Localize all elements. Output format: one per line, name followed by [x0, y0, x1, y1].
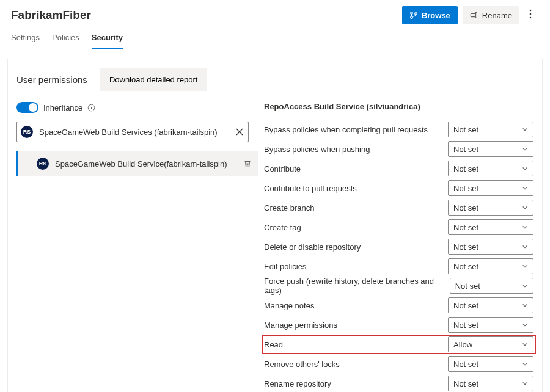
- chevron-down-icon: [522, 224, 528, 230]
- permission-label: Force push (rewrite history, delete bran…: [264, 277, 450, 295]
- permission-select[interactable]: Not set: [448, 122, 534, 137]
- avatar: RS: [21, 126, 33, 138]
- svg-rect-3: [471, 13, 475, 16]
- more-vertical-icon: [529, 9, 532, 19]
- permission-select[interactable]: Not set: [448, 161, 534, 176]
- permission-row: Create branchNot set: [262, 198, 536, 217]
- inheritance-label: Inheritance: [43, 103, 82, 112]
- chevron-down-icon: [522, 341, 528, 347]
- permission-row: Edit policiesNot set: [262, 256, 536, 276]
- permissions-panel: User permissions Download detailed repor…: [7, 59, 543, 392]
- svg-point-6: [530, 17, 532, 19]
- info-icon[interactable]: [87, 104, 95, 112]
- identity-result-label: SpaceGameWeb Build Service(fabrikam-tail…: [55, 159, 243, 169]
- identity-search-input[interactable]: RS SpaceGameWeb Build Services (fabrikam…: [16, 122, 249, 142]
- permission-label: Manage notes: [264, 301, 448, 310]
- tab-bar: Settings Policies Security: [0, 24, 550, 50]
- chevron-down-icon: [522, 263, 528, 269]
- avatar: RS: [37, 158, 49, 170]
- chevron-down-icon: [522, 244, 528, 250]
- permission-row: Delete or disable repositoryNot set: [262, 237, 536, 256]
- tab-settings[interactable]: Settings: [11, 33, 40, 49]
- permission-row: Bypass policies when completing pull req…: [262, 120, 536, 139]
- browse-button[interactable]: Browse: [402, 6, 458, 24]
- permission-value: Not set: [453, 321, 479, 330]
- search-value: SpaceGameWeb Build Services (fabrikam-ta…: [39, 128, 236, 137]
- permission-select[interactable]: Not set: [448, 219, 534, 235]
- permission-select[interactable]: Allow: [448, 336, 534, 352]
- browse-label: Browse: [422, 11, 450, 20]
- permission-label: Contribute: [264, 164, 448, 173]
- permission-select[interactable]: Not set: [450, 278, 534, 294]
- permission-value: Not set: [453, 301, 479, 310]
- permission-row: Manage notesNot set: [262, 296, 536, 315]
- permission-select[interactable]: Not set: [448, 356, 534, 372]
- overflow-menu-button[interactable]: [522, 6, 539, 24]
- permission-select[interactable]: Not set: [448, 317, 534, 333]
- panel-header: User permissions Download detailed repor…: [8, 59, 542, 96]
- permission-label: Contribute to pull requests: [264, 184, 448, 193]
- chevron-down-icon: [522, 380, 528, 387]
- branch-icon: [409, 11, 418, 20]
- permission-label: Bypass policies when pushing: [264, 145, 448, 154]
- chevron-down-icon: [522, 146, 528, 152]
- permission-label: Read: [264, 340, 448, 349]
- chevron-down-icon: [522, 283, 528, 289]
- tab-security[interactable]: Security: [92, 33, 123, 49]
- header-bar: FabrikamFiber Browse Rename: [0, 0, 550, 24]
- permission-row: Bypass policies when pushingNot set: [262, 139, 536, 159]
- permission-value: Not set: [453, 223, 479, 232]
- permission-select[interactable]: Not set: [448, 297, 534, 313]
- download-report-button[interactable]: Download detailed report: [100, 68, 208, 91]
- svg-point-4: [530, 10, 532, 12]
- permissions-column: RepoAccess Build Service (silviuandrica)…: [255, 96, 542, 392]
- permission-value: Not set: [455, 281, 480, 291]
- permission-row: Rename repositoryNot set: [262, 374, 536, 392]
- chevron-down-icon: [522, 185, 528, 191]
- chevron-down-icon: [522, 322, 528, 328]
- chevron-down-icon: [522, 361, 528, 367]
- clear-icon[interactable]: [236, 128, 243, 136]
- permission-value: Allow: [453, 340, 472, 349]
- permission-select[interactable]: Not set: [448, 180, 534, 196]
- permission-row: ContributeNot set: [262, 159, 536, 178]
- svg-point-2: [415, 13, 417, 15]
- permission-value: Not set: [453, 164, 479, 173]
- permissions-list: Bypass policies when completing pull req…: [262, 120, 536, 392]
- permission-value: Not set: [453, 262, 479, 271]
- permission-label: Remove others' locks: [264, 360, 448, 369]
- permission-row: Manage permissionsNot set: [262, 315, 536, 335]
- trash-icon[interactable]: [243, 159, 252, 168]
- permission-value: Not set: [453, 242, 479, 252]
- permission-select[interactable]: Not set: [448, 141, 534, 157]
- rename-icon: [470, 11, 479, 20]
- page-title: FabrikamFiber: [11, 9, 402, 22]
- permission-value: Not set: [453, 379, 479, 388]
- permission-label: Bypass policies when completing pull req…: [264, 125, 448, 134]
- permission-label: Edit policies: [264, 262, 448, 271]
- permission-row: Force push (rewrite history, delete bran…: [262, 276, 536, 296]
- permission-value: Not set: [453, 125, 479, 134]
- panel-body: Inheritance RS SpaceGameWeb Build Servic…: [8, 96, 542, 392]
- identity-column: Inheritance RS SpaceGameWeb Build Servic…: [8, 96, 255, 392]
- permission-select[interactable]: Not set: [448, 200, 534, 216]
- subject-name: RepoAccess Build Service (silviuandrica): [264, 102, 536, 111]
- permission-label: Create tag: [264, 223, 448, 232]
- chevron-down-icon: [522, 302, 528, 308]
- tab-policies[interactable]: Policies: [52, 33, 79, 49]
- rename-button[interactable]: Rename: [463, 6, 519, 24]
- permission-label: Delete or disable repository: [264, 242, 448, 252]
- permission-label: Create branch: [264, 203, 448, 212]
- permission-select[interactable]: Not set: [448, 376, 534, 391]
- panel-title: User permissions: [16, 74, 87, 85]
- permission-select[interactable]: Not set: [448, 239, 534, 255]
- permission-row: Create tagNot set: [262, 217, 536, 237]
- permission-select[interactable]: Not set: [448, 258, 534, 274]
- svg-point-0: [411, 12, 413, 15]
- svg-point-5: [530, 13, 532, 15]
- inheritance-toggle[interactable]: [16, 102, 38, 113]
- identity-result-row[interactable]: RS SpaceGameWeb Build Service(fabrikam-t…: [16, 151, 258, 176]
- chevron-down-icon: [522, 165, 528, 172]
- inheritance-row: Inheritance: [16, 102, 255, 113]
- permission-row: Remove others' locksNot set: [262, 354, 536, 374]
